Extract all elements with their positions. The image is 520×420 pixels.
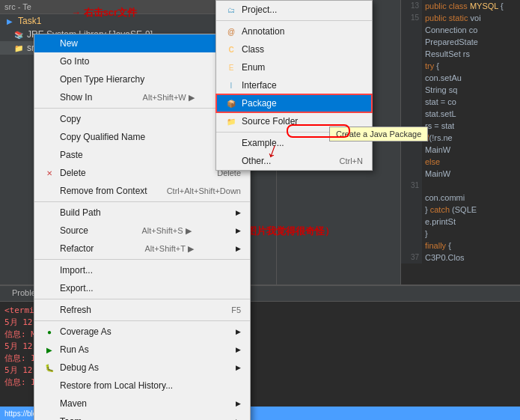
menu-item-buildpath[interactable]: Build Path (34, 204, 250, 222)
submenu-annotation[interactable]: @Annotation (216, 22, 372, 40)
sourcefolder-icon: 📁 (225, 115, 237, 127)
sep2 (34, 201, 250, 202)
run-icon: ▶ (43, 344, 55, 356)
menu-item-debugas[interactable]: 🐛Debug As (34, 359, 250, 377)
code-panel: 13public class MYSQL { 15 public static … (400, 0, 520, 284)
paste-icon (43, 149, 55, 161)
submenu-other[interactable]: Other... Ctrl+N (216, 152, 372, 170)
interface-icon: I (225, 79, 237, 91)
submenu-interface[interactable]: IInterface (216, 76, 372, 94)
class-icon: C (225, 43, 237, 55)
project-icon: 🗂 (225, 4, 237, 16)
package-icon: 📦 (225, 97, 237, 109)
submenu-new: 🗂Project... @Annotation CClass EEnum IIn… (215, 0, 373, 171)
opentypes-icon (43, 73, 55, 85)
new-icon (43, 37, 55, 49)
debug-icon: 🐛 (43, 362, 55, 374)
submenu-enum[interactable]: EEnum (216, 58, 372, 76)
team-icon (43, 416, 55, 420)
submenu-class[interactable]: CClass (216, 40, 372, 58)
delete-icon: ✕ (43, 167, 55, 179)
top-annotation: → 右击scr文件 (71, 6, 137, 19)
menu-item-refresh[interactable]: Refresh F5 (34, 301, 250, 319)
buildpath-icon (43, 207, 55, 219)
refresh-icon (43, 304, 55, 316)
menu-item-runas[interactable]: ▶Run As (34, 341, 250, 359)
menu-item-export[interactable]: Export... (34, 279, 250, 297)
export-icon (43, 282, 55, 294)
menu-item-source[interactable]: Source Alt+Shift+S ▶ (34, 222, 250, 240)
menu-item-import[interactable]: Import... (34, 261, 250, 279)
sub-sep1 (216, 20, 372, 21)
maven-icon (43, 398, 55, 410)
showin-icon (43, 91, 55, 103)
sep3 (34, 259, 250, 260)
source-icon (43, 225, 55, 237)
enum-icon: E (225, 61, 237, 73)
import-icon (43, 264, 55, 276)
copyqualified-icon (43, 131, 55, 143)
panel-title: src - Te (4, 2, 31, 11)
menu-item-remove-ctx[interactable]: Remove from Context Ctrl+Alt+Shift+Down (34, 182, 250, 200)
src-icon: 📁 (13, 43, 24, 53)
coverage-icon: ● (43, 326, 55, 338)
jre-icon: 📚 (13, 29, 24, 40)
refactor-icon (43, 243, 55, 255)
other-icon (225, 155, 237, 167)
sep4 (34, 299, 250, 299)
menu-item-maven[interactable]: Maven (34, 395, 250, 413)
task-label: Task1 (18, 16, 41, 26)
gointo-icon (43, 55, 55, 67)
restore-icon (43, 380, 55, 392)
menu-item-coverage[interactable]: ●Coverage As (34, 323, 250, 341)
menu-item-refactor[interactable]: Refactor Alt+Shift+T ▶ (34, 240, 250, 258)
submenu-project[interactable]: 🗂Project... (216, 1, 372, 19)
task-icon: ▶ (4, 16, 15, 26)
example-icon (225, 137, 237, 149)
removectx-icon (43, 185, 55, 197)
menu-item-team[interactable]: Team (34, 413, 250, 420)
menu-item-restore[interactable]: Restore from Local History... (34, 377, 250, 395)
package-tooltip: Create a Java Package (329, 127, 428, 141)
sep5 (34, 320, 250, 321)
annotation-icon: @ (225, 25, 237, 37)
copy-icon (43, 113, 55, 125)
submenu-package[interactable]: 📦 Package (216, 94, 372, 112)
